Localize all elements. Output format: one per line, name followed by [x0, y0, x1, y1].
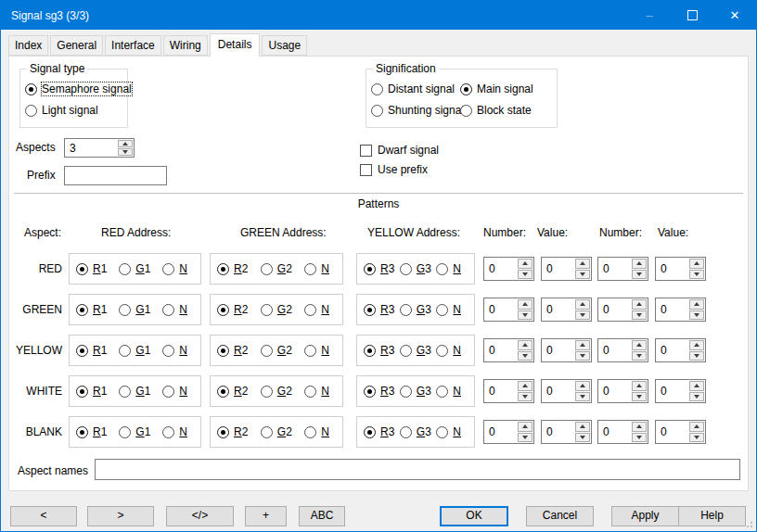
spinner-down-icon[interactable] [518, 433, 532, 443]
radio-n[interactable]: N [436, 385, 461, 398]
value-spinner-2[interactable] [655, 379, 706, 403]
dwarf-signal-checkbox[interactable]: Dwarf signal [360, 144, 439, 157]
number-spinner-2[interactable] [597, 338, 648, 362]
radio-n[interactable]: N [436, 303, 461, 316]
radio-r3[interactable]: R3 [364, 262, 394, 275]
spinner-down-icon[interactable] [632, 270, 647, 280]
spinner-down-icon[interactable] [575, 351, 590, 361]
radio-r1[interactable]: R1 [76, 344, 107, 357]
value-spinner-1[interactable] [541, 257, 592, 281]
spinner-down-icon[interactable] [632, 433, 647, 443]
number-spinner-2[interactable] [597, 379, 648, 403]
spinner-down-icon[interactable] [689, 392, 704, 402]
radio-r3[interactable]: R3 [364, 344, 394, 357]
spinner-up-icon[interactable] [575, 259, 590, 269]
spinner-down-icon[interactable] [575, 392, 590, 402]
radio-g1[interactable]: G1 [119, 262, 150, 275]
spinner-down-icon[interactable] [632, 351, 647, 361]
radio-g1[interactable]: G1 [119, 303, 150, 316]
radio-g3[interactable]: G3 [400, 385, 431, 398]
spinner-down-icon[interactable] [518, 392, 532, 402]
value-spinner-2[interactable] [655, 298, 706, 322]
number-spinner-1[interactable] [483, 420, 534, 444]
spinner-down-icon[interactable] [575, 270, 590, 280]
spinner-up-icon[interactable] [575, 381, 590, 391]
use-prefix-checkbox[interactable]: Use prefix [360, 163, 428, 176]
number-spinner-1[interactable] [483, 257, 534, 281]
aspect-names-input[interactable] [95, 459, 740, 480]
radio-n[interactable]: N [436, 425, 461, 438]
radio-n[interactable]: N [304, 385, 329, 398]
spinner-up-icon[interactable] [518, 259, 532, 269]
radio-r2[interactable]: R2 [217, 303, 248, 316]
radio-r1[interactable]: R1 [76, 262, 107, 275]
spinner-up-icon[interactable] [632, 259, 647, 269]
radio-r1[interactable]: R1 [76, 425, 107, 438]
spinner-up-icon[interactable] [632, 340, 647, 350]
tab-interface[interactable]: Interface [105, 35, 161, 56]
radio-g3[interactable]: G3 [400, 344, 431, 357]
spinner-up-icon[interactable] [518, 381, 532, 391]
apply-button[interactable]: Apply [611, 506, 679, 526]
maximize-button[interactable] [671, 1, 713, 30]
radio-r2[interactable]: R2 [217, 262, 248, 275]
cancel-button[interactable]: Cancel [526, 506, 594, 526]
radio-main-signal[interactable]: Main signal [460, 82, 533, 95]
spinner-up-icon[interactable] [518, 340, 532, 350]
aspects-spinner[interactable] [64, 138, 135, 158]
aspects-input[interactable] [65, 139, 118, 157]
spinner-up-icon[interactable] [689, 381, 704, 391]
spinner-up-icon[interactable] [632, 381, 647, 391]
radio-n[interactable]: N [304, 262, 329, 275]
value-spinner-2[interactable] [655, 338, 706, 362]
spinner-down-icon[interactable] [518, 351, 532, 361]
prev-next-button[interactable]: </> [166, 506, 234, 526]
spinner-up-icon[interactable] [632, 422, 647, 432]
spinner-up-icon[interactable] [689, 299, 704, 310]
tab-details[interactable]: Details [210, 33, 261, 57]
tab-wiring[interactable]: Wiring [163, 35, 208, 56]
radio-n[interactable]: N [162, 303, 187, 316]
number-spinner-2[interactable] [597, 420, 648, 444]
spinner-down-icon[interactable] [689, 310, 704, 321]
prev-button[interactable]: < [10, 506, 77, 526]
spinner-down-icon[interactable] [632, 310, 647, 321]
number-spinner-1[interactable] [483, 298, 534, 322]
add-button[interactable]: + [245, 506, 287, 526]
value-spinner-1[interactable] [541, 420, 592, 444]
radio-r3[interactable]: R3 [364, 425, 394, 438]
radio-n[interactable]: N [162, 344, 187, 357]
spinner-up-icon[interactable] [518, 422, 532, 432]
radio-semaphore-signal[interactable]: Semaphore signal [25, 82, 132, 95]
spinner-up-icon[interactable] [575, 422, 590, 432]
radio-n[interactable]: N [304, 303, 329, 316]
spinner-up-icon[interactable] [518, 299, 532, 310]
value-spinner-2[interactable] [655, 257, 706, 281]
spinner-down-icon[interactable] [689, 270, 704, 280]
number-spinner-2[interactable] [597, 298, 648, 322]
spinner-down-icon[interactable] [575, 310, 590, 321]
close-button[interactable]: ✕ [713, 1, 756, 30]
radio-n[interactable]: N [162, 262, 187, 275]
radio-g2[interactable]: G2 [261, 425, 292, 438]
radio-r2[interactable]: R2 [217, 425, 248, 438]
spinner-up-icon[interactable] [689, 259, 704, 269]
radio-n[interactable]: N [436, 344, 461, 357]
help-button[interactable]: Help [678, 506, 746, 526]
radio-light-signal[interactable]: Light signal [25, 104, 98, 117]
tab-index[interactable]: Index [8, 35, 48, 56]
spinner-down-icon[interactable] [518, 270, 532, 280]
resize-grip[interactable] [751, 526, 752, 527]
radio-distant-signal[interactable]: Distant signal [371, 82, 455, 95]
number-spinner-1[interactable] [483, 379, 534, 403]
minimize-button[interactable]: – [628, 1, 671, 30]
spinner-up-icon[interactable] [575, 299, 590, 310]
spinner-up-icon[interactable] [689, 340, 704, 350]
radio-n[interactable]: N [162, 425, 187, 438]
radio-r2[interactable]: R2 [217, 385, 248, 398]
radio-g1[interactable]: G1 [119, 344, 150, 357]
ok-button[interactable]: OK [440, 506, 508, 526]
abc-button[interactable]: ABC [299, 506, 345, 526]
spinner-down-icon[interactable] [118, 148, 133, 156]
radio-r1[interactable]: R1 [76, 385, 107, 398]
